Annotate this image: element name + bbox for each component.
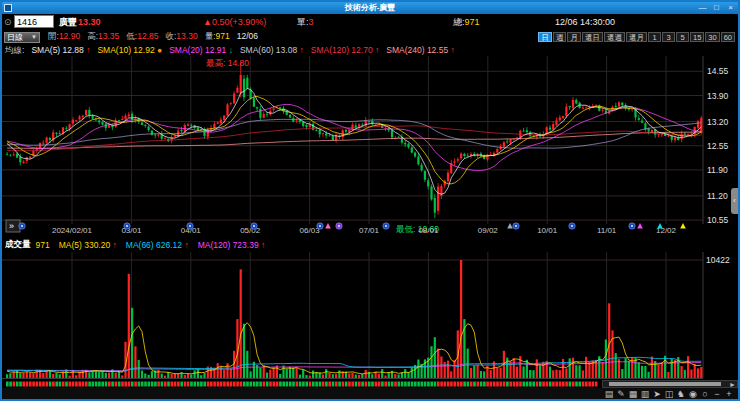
- price-chart[interactable]: 14.5513.9013.2012.5511.9011.2010.55最高: 1…: [2, 56, 738, 238]
- svg-text:08/01: 08/01: [418, 226, 439, 235]
- svg-text:10/01: 10/01: [537, 226, 558, 235]
- zoom-in-icon[interactable]: +: [724, 389, 734, 399]
- svg-text:13.90: 13.90: [707, 91, 729, 101]
- svg-text:12.55: 12.55: [707, 141, 729, 151]
- info-field: 量:971: [205, 31, 230, 43]
- eye-icon[interactable]: ◉: [688, 389, 698, 399]
- period-button-日[interactable]: 日: [538, 32, 552, 42]
- volume-chart[interactable]: 10422: [2, 252, 738, 380]
- svg-text:11/01: 11/01: [597, 226, 617, 235]
- quote-bar: ⊙ 廣豐 13.30 ▲0.50(+3.90%) 單:3 總:971 12/06…: [2, 14, 738, 30]
- svg-text:10.55: 10.55: [707, 215, 729, 225]
- single-volume: 單:3: [297, 16, 314, 28]
- total-volume: 總:971: [453, 16, 480, 28]
- svg-text:»: »: [9, 221, 14, 231]
- period-button-還月[interactable]: 還月: [626, 32, 647, 42]
- svg-text:2024/02/01: 2024/02/01: [52, 226, 93, 235]
- svg-text:11.90: 11.90: [707, 165, 728, 175]
- panel-icon[interactable]: ◫: [664, 389, 674, 399]
- page-icon[interactable]: ▤: [604, 389, 614, 399]
- info-field: 高:13.35: [87, 31, 119, 43]
- stock-name: 廣豐: [59, 16, 77, 28]
- pattern-icon[interactable]: ♞: [676, 389, 686, 399]
- window-title: 技術分析-廣豐: [2, 2, 738, 14]
- period-button-15[interactable]: 15: [690, 32, 704, 42]
- horizontal-scrollbar[interactable]: ►: [602, 380, 738, 388]
- ma-legend-item: SMA(60) 13.08 ↑: [240, 45, 304, 56]
- ma-legend-item: SMA(10) 12.92 ●: [97, 45, 162, 56]
- ma-bar-prefix: 均線:: [5, 45, 24, 56]
- updown-strip: ►: [2, 380, 738, 388]
- period-button-5[interactable]: 5: [676, 32, 689, 42]
- volume-value: 971: [36, 240, 50, 250]
- svg-text:07/01: 07/01: [359, 226, 380, 235]
- ma-legend-item: SMA(240) 12.55 ↑: [386, 45, 455, 56]
- volume-header: 成交量 971 MA(5) 330.20 ↑MA(66) 626.12 ↑MA(…: [2, 238, 738, 252]
- info-field: 收:13.30: [165, 31, 197, 43]
- chevron-down-icon: ▼: [31, 34, 37, 40]
- stock-code-input[interactable]: [14, 15, 54, 28]
- info-field: 低:12.85: [126, 31, 158, 43]
- volume-ma-item: MA(5) 330.20 ↑: [59, 240, 117, 250]
- period-button-30[interactable]: 30: [705, 32, 719, 42]
- period-button-月[interactable]: 月: [567, 32, 581, 42]
- svg-text:13.20: 13.20: [707, 117, 729, 127]
- bottom-toolbar: ▤✎▦▥➤◫♞◉○−+: [2, 388, 738, 399]
- ma-legend-item: SMA(20) 12.91 ↓: [169, 45, 233, 56]
- period-button-週[interactable]: 週: [553, 32, 567, 42]
- period-button-3[interactable]: 3: [662, 32, 675, 42]
- info-bar: 日線▼ 開:12.90高:13.35低:12.85收:13.30量:97112/…: [2, 30, 738, 44]
- info-field: 12/06: [237, 31, 258, 43]
- svg-text:14.55: 14.55: [707, 66, 729, 76]
- svg-text:05/02: 05/02: [240, 226, 261, 235]
- svg-text:09/02: 09/02: [478, 226, 499, 235]
- save-icon[interactable]: ▦: [628, 389, 638, 399]
- period-select[interactable]: 日線▼: [4, 32, 40, 43]
- period-button-1[interactable]: 1: [648, 32, 661, 42]
- circle-icon[interactable]: ○: [700, 389, 710, 399]
- maximize-button[interactable]: □: [711, 3, 722, 13]
- last-price: 13.30: [78, 16, 101, 28]
- ohlc-fields: 開:12.90高:13.35低:12.85收:13.30量:97112/06: [48, 31, 258, 43]
- ma-bar: 均線: SMA(5) 12.88 ↑SMA(10) 12.92 ●SMA(20)…: [2, 44, 738, 56]
- app-window: 技術分析-廣豐 — □ × ⊙ 廣豐 13.30 ▲0.50(+3.90%) 單…: [0, 0, 740, 401]
- period-button-60[interactable]: 60: [721, 32, 735, 42]
- svg-text:11.20: 11.20: [707, 191, 728, 201]
- minimize-button[interactable]: —: [697, 3, 708, 13]
- ma-legend-item: SMA(120) 12.70 ↑: [311, 45, 380, 56]
- ma-legend-item: SMA(5) 12.88 ↑: [31, 45, 90, 56]
- right-collapse-handle[interactable]: ‹: [731, 188, 738, 214]
- print-icon[interactable]: ▥: [640, 389, 650, 399]
- volume-ma-item: MA(120) 723.39 ↑: [198, 240, 266, 250]
- price-change: ▲0.50(+3.90%): [203, 16, 266, 28]
- close-button[interactable]: ×: [725, 3, 736, 13]
- period-button-還週[interactable]: 還週: [604, 32, 625, 42]
- scroll-right-icon[interactable]: ►: [729, 381, 736, 388]
- volume-label: 成交量: [5, 239, 31, 251]
- scrollbar-thumb[interactable]: [609, 382, 721, 386]
- quote-datetime: 12/06 14:30:00: [555, 16, 615, 28]
- volume-ma-item: MA(66) 626.12 ↑: [126, 240, 189, 250]
- svg-text:最高: 14.80: 最高: 14.80: [206, 58, 249, 68]
- svg-text:10422: 10422: [706, 255, 730, 265]
- draw-icon[interactable]: ✎: [616, 389, 626, 399]
- stock-lookup-icon[interactable]: ⊙: [4, 16, 12, 28]
- period-button-還日[interactable]: 還日: [582, 32, 603, 42]
- title-bar[interactable]: 技術分析-廣豐 — □ ×: [2, 2, 738, 14]
- info-field: 開:12.90: [48, 31, 80, 43]
- period-buttons: 日週月還日還週還月135153060: [538, 32, 735, 42]
- zoom-out-icon[interactable]: −: [712, 389, 722, 399]
- cursor-icon[interactable]: ➤: [652, 389, 662, 399]
